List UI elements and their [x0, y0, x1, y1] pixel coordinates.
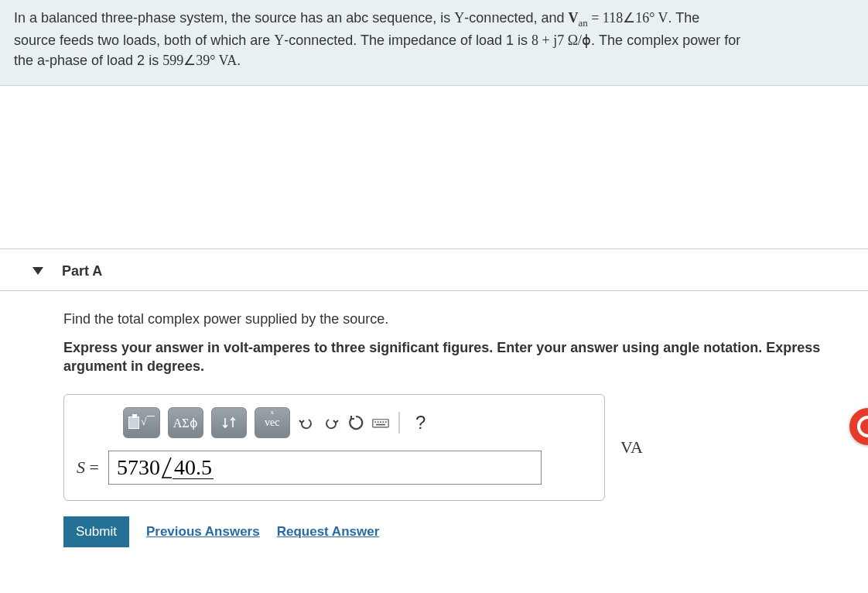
svg-rect-3: [380, 421, 381, 423]
unit: V: [654, 10, 668, 26]
text: In a balanced three-phase system, the so…: [14, 10, 454, 26]
request-answer-link[interactable]: Request Answer: [277, 524, 380, 540]
problem-statement: In a balanced three-phase system, the so…: [0, 0, 868, 86]
svg-rect-1: [374, 421, 376, 423]
equals: =: [588, 10, 603, 26]
angle-deg: 16°: [635, 10, 654, 26]
previous-answers-link[interactable]: Previous Answers: [146, 524, 260, 540]
angle-symbol-icon: [160, 456, 173, 479]
fraction-icon: [128, 416, 139, 429]
text: source feeds two loads, both of which ar…: [14, 33, 274, 48]
reset-button[interactable]: [347, 414, 364, 431]
text: . The complex power for: [591, 33, 740, 48]
svg-rect-5: [385, 421, 387, 423]
svg-rect-6: [376, 424, 385, 426]
text: the a-phase of load 2 is: [14, 53, 162, 68]
submit-row: Submit Previous Answers Request Answer: [63, 516, 836, 547]
angle-symbol: ∠: [183, 53, 196, 68]
part-body: Find the total complex power supplied by…: [0, 291, 868, 548]
sqrt-icon: √: [141, 416, 155, 428]
text: .: [237, 53, 241, 68]
subsup-button[interactable]: [211, 407, 247, 438]
svg-rect-0: [373, 420, 388, 427]
vec-label: vec: [265, 416, 279, 429]
var-Y: Y: [454, 10, 464, 26]
part-title: Part A: [62, 263, 102, 279]
var-Y: Y: [274, 33, 284, 48]
text: -connected, and: [464, 10, 568, 26]
part-header[interactable]: Part A: [0, 249, 868, 291]
answer-input[interactable]: 5730 40.5: [108, 451, 542, 485]
instruction-primary: Find the total complex power supplied by…: [63, 311, 836, 327]
answer-angle-wrap: 40.5: [160, 456, 214, 479]
angle-deg: 39°: [196, 53, 215, 68]
answer-row: S = 5730 40.5: [77, 451, 592, 485]
templates-button[interactable]: √: [123, 407, 160, 438]
subsup-icon: [220, 415, 238, 430]
answer-angle: 40.5: [173, 457, 214, 479]
var-V: V: [568, 10, 578, 26]
math-toolbar: √ ΑΣϕ x vec: [123, 407, 592, 438]
keyboard-button[interactable]: [372, 414, 389, 431]
answer-variable: S =: [77, 458, 99, 478]
svg-rect-2: [377, 421, 378, 423]
text: . The: [668, 10, 700, 26]
value: 599: [162, 53, 183, 68]
answer-magnitude: 5730: [117, 455, 160, 480]
undo-button[interactable]: [298, 414, 315, 431]
vec-button[interactable]: x vec: [255, 407, 290, 438]
var-V-sub: an: [578, 17, 587, 29]
collapse-caret-icon[interactable]: [32, 267, 43, 275]
redo-button[interactable]: [323, 414, 340, 431]
answer-unit: VA: [620, 437, 643, 458]
answer-panel: √ ΑΣϕ x vec: [63, 394, 605, 501]
value: 118: [603, 10, 623, 26]
svg-rect-4: [382, 421, 384, 423]
help-button[interactable]: ?: [409, 412, 432, 434]
text: -connected. The impedance of load 1 is: [284, 33, 531, 48]
instruction-secondary: Express your answer in volt-amperes to t…: [63, 338, 836, 376]
toolbar-separator: [398, 412, 400, 434]
impedance: 8 + j7 Ω/ϕ: [531, 33, 591, 48]
submit-button[interactable]: Submit: [63, 516, 129, 547]
angle-symbol: ∠: [623, 10, 635, 26]
unit: VA: [215, 53, 237, 68]
greek-button[interactable]: ΑΣϕ: [168, 407, 203, 438]
